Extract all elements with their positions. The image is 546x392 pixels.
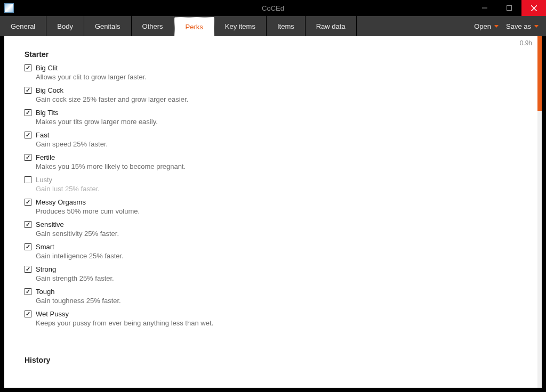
perk-checkbox[interactable] bbox=[25, 176, 31, 183]
tab-label: Others bbox=[142, 22, 163, 30]
perk-head: Big Cock bbox=[25, 86, 521, 94]
perk-head: Fast bbox=[25, 131, 521, 139]
chevron-down-icon bbox=[534, 25, 539, 28]
chevron-down-icon bbox=[494, 25, 499, 28]
perk-label: Wet Pussy bbox=[36, 310, 69, 318]
tab-label: Perks bbox=[186, 23, 203, 31]
perk-checkbox[interactable] bbox=[25, 64, 31, 71]
perk-description: Gain toughness 25% faster. bbox=[36, 297, 521, 305]
perks-panel: StarterBig ClitAllows your clit to grow … bbox=[4, 36, 542, 388]
app-window: CoCEd GeneralBodyGenitalsOthersPerksKey … bbox=[0, 0, 546, 392]
perk-checkbox[interactable] bbox=[25, 221, 31, 228]
perk-description: Gain speed 25% faster. bbox=[36, 140, 521, 148]
scrollbar-track[interactable] bbox=[537, 36, 542, 388]
perk-label: Messy Orgasms bbox=[36, 198, 86, 206]
perk-label: Tough bbox=[36, 288, 54, 296]
close-icon bbox=[531, 5, 537, 11]
perk-head: Messy Orgasms bbox=[25, 198, 521, 206]
perk-item: StrongGain strength 25% faster. bbox=[25, 264, 521, 285]
tab-perks[interactable]: Perks bbox=[174, 17, 214, 36]
perk-head: Lusty bbox=[25, 176, 521, 184]
perk-item: Wet PussyKeeps your pussy from ever bein… bbox=[25, 309, 521, 330]
titlebar: CoCEd bbox=[0, 0, 546, 16]
perk-item: Messy OrgasmsProduces 50% more cum volum… bbox=[25, 197, 521, 218]
perk-head: Tough bbox=[25, 288, 521, 296]
section-title: Starter bbox=[25, 50, 521, 59]
perk-label: Lusty bbox=[36, 176, 52, 184]
tab-raw-data[interactable]: Raw data bbox=[306, 16, 357, 36]
window-controls bbox=[472, 0, 546, 16]
perk-item: SmartGain intelligence 25% faster. bbox=[25, 242, 521, 263]
app-title: CoCEd bbox=[0, 4, 546, 12]
perk-label: Strong bbox=[36, 265, 56, 273]
perk-checkbox[interactable] bbox=[25, 154, 31, 161]
perk-label: Fertile bbox=[36, 153, 55, 161]
perk-checkbox[interactable] bbox=[25, 199, 31, 206]
perk-item: FertileMakes you 15% more likely to beco… bbox=[25, 152, 521, 174]
perk-item: Big CockGain cock size 25% faster and gr… bbox=[25, 85, 521, 107]
maximize-button[interactable] bbox=[497, 0, 521, 16]
app-icon bbox=[4, 3, 14, 13]
svg-rect-1 bbox=[507, 6, 512, 11]
perk-item: Big TitsMakes your tits grow larger more… bbox=[25, 108, 521, 129]
perk-item: FastGain speed 25% faster. bbox=[25, 130, 521, 151]
scrollbar-thumb[interactable] bbox=[537, 36, 542, 111]
perk-item: ToughGain toughness 25% faster. bbox=[25, 287, 521, 308]
time-indicator: 0.9h bbox=[520, 39, 532, 47]
tab-label: General bbox=[11, 22, 35, 30]
close-button[interactable] bbox=[521, 0, 546, 16]
perk-checkbox[interactable] bbox=[25, 243, 31, 250]
save-as-menu[interactable]: Save as bbox=[506, 22, 539, 30]
perk-description: Makes your tits grow larger more easily. bbox=[36, 118, 521, 126]
perk-checkbox[interactable] bbox=[25, 266, 31, 273]
perk-label: Sensitive bbox=[36, 220, 64, 228]
perk-description: Gain lust 25% faster. bbox=[36, 185, 521, 193]
perk-item: Big ClitAllows your clit to grow larger … bbox=[25, 63, 521, 84]
perk-checkbox[interactable] bbox=[25, 132, 31, 138]
open-menu[interactable]: Open bbox=[474, 22, 499, 30]
perk-description: Keeps your pussy from ever being anythin… bbox=[36, 319, 521, 327]
perk-checkbox[interactable] bbox=[25, 87, 31, 94]
perk-description: Gain strength 25% faster. bbox=[36, 274, 521, 282]
perk-item: SensitiveGain sensitivity 25% faster. bbox=[25, 219, 521, 241]
tabbar-actions: Open Save as bbox=[474, 16, 546, 36]
perk-head: Wet Pussy bbox=[25, 310, 521, 318]
perk-checkbox[interactable] bbox=[25, 288, 31, 295]
tab-items[interactable]: Items bbox=[267, 16, 306, 36]
perk-head: Fertile bbox=[25, 153, 521, 161]
open-label: Open bbox=[474, 22, 491, 30]
perk-head: Big Clit bbox=[25, 64, 521, 72]
tabbar: GeneralBodyGenitalsOthersPerksKey itemsI… bbox=[0, 16, 546, 36]
save-as-label: Save as bbox=[506, 22, 531, 30]
tab-body[interactable]: Body bbox=[46, 16, 84, 36]
perk-description: Makes you 15% more likely to become preg… bbox=[36, 162, 521, 170]
perk-item: LustyGain lust 25% faster. bbox=[25, 175, 521, 196]
minimize-button[interactable] bbox=[472, 0, 497, 16]
perk-description: Gain intelligence 25% faster. bbox=[36, 252, 521, 260]
maximize-icon bbox=[507, 5, 512, 11]
perk-checkbox[interactable] bbox=[25, 109, 31, 116]
tab-label: Items bbox=[277, 22, 294, 30]
perk-label: Big Tits bbox=[36, 109, 59, 117]
perk-label: Big Cock bbox=[36, 86, 63, 94]
perk-label: Big Clit bbox=[36, 64, 58, 72]
tab-label: Genitals bbox=[95, 22, 121, 30]
perk-list: Big ClitAllows your clit to grow larger … bbox=[25, 63, 521, 330]
perk-description: Produces 50% more cum volume. bbox=[36, 207, 521, 215]
perk-label: Fast bbox=[36, 131, 49, 139]
perk-head: Sensitive bbox=[25, 220, 521, 228]
perk-head: Strong bbox=[25, 265, 521, 273]
minimize-icon bbox=[482, 5, 487, 11]
perk-description: Allows your clit to grow larger faster. bbox=[36, 73, 521, 81]
tab-others[interactable]: Others bbox=[132, 16, 174, 36]
tab-key-items[interactable]: Key items bbox=[214, 16, 267, 36]
tab-genitals[interactable]: Genitals bbox=[84, 16, 132, 36]
tab-label: Key items bbox=[225, 22, 255, 30]
perk-description: Gain sensitivity 25% faster. bbox=[36, 230, 521, 238]
section-title: History bbox=[25, 356, 521, 364]
tab-label: Raw data bbox=[316, 22, 346, 30]
perk-checkbox[interactable] bbox=[25, 311, 31, 317]
tab-general[interactable]: General bbox=[0, 16, 46, 36]
content-area: 0.9h StarterBig ClitAllows your clit to … bbox=[4, 36, 542, 388]
perk-head: Big Tits bbox=[25, 109, 521, 117]
